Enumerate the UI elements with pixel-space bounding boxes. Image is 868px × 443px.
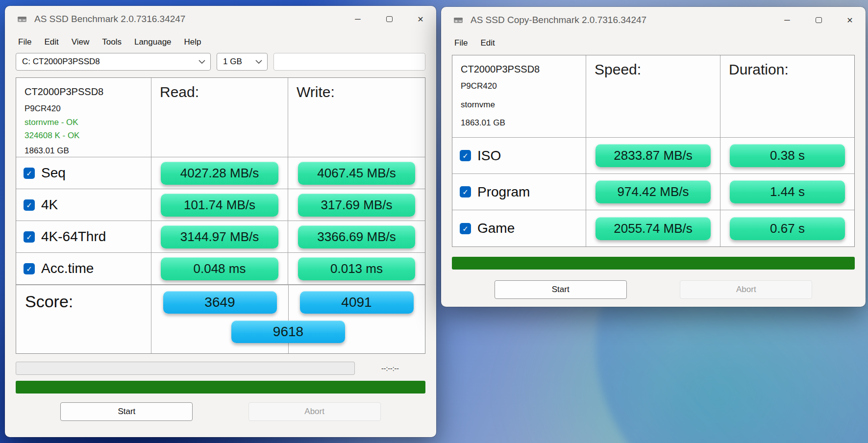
test-size-select[interactable]: 1 GB — [217, 53, 268, 71]
benchmark-window: AS SSD Benchmark 2.0.7316.34247 ─ ✕ File… — [5, 6, 436, 437]
row-iso-label: ISO — [477, 148, 501, 164]
score-area: 3649 4091 9618 — [151, 285, 425, 353]
maximize-button[interactable] — [373, 6, 405, 32]
score-write-value: 4091 — [300, 291, 414, 314]
row-4k: ✓ 4K — [16, 189, 151, 221]
overall-progress-bar — [452, 257, 855, 270]
drive-capacity: 1863.01 GB — [25, 145, 143, 157]
drive-info-cell: CT2000P3PSSD8 P9CR420 stornvme - OK 3246… — [16, 78, 151, 157]
score-label: Score: — [16, 285, 151, 353]
test-progress-bar — [16, 362, 355, 375]
maximize-button[interactable] — [803, 7, 834, 33]
progress-row: --:--:-- — [16, 362, 425, 375]
check-icon: ✓ — [26, 170, 32, 177]
minimize-button[interactable]: ─ — [342, 6, 373, 32]
menu-tools[interactable]: Tools — [96, 34, 128, 50]
comment-input[interactable] — [273, 53, 425, 71]
drive-select[interactable]: C: CT2000P3PSSD8 — [16, 53, 211, 71]
start-button[interactable]: Start — [495, 280, 627, 299]
row-iso: ✓ ISO — [452, 138, 586, 174]
row-4k64thrd-label: 4K-64Thrd — [41, 229, 106, 245]
iso-speed-value: 2833.87 MB/s — [595, 144, 711, 167]
drive-select-value: C: CT2000P3PSSD8 — [22, 57, 100, 67]
4k-read-cell: 101.74 MB/s — [151, 189, 288, 221]
close-icon: ✕ — [846, 16, 853, 25]
checkbox-acctime[interactable]: ✓ — [24, 263, 35, 274]
row-acctime: ✓ Acc.time — [16, 253, 151, 285]
abort-button[interactable]: Abort — [248, 402, 381, 421]
game-speed-value: 2055.74 MB/s — [595, 217, 711, 240]
4k64thrd-write-value: 3366.69 MB/s — [298, 225, 416, 248]
duration-column-header: Duration: — [720, 55, 854, 138]
4k-write-cell: 317.69 MB/s — [288, 189, 425, 221]
close-button[interactable]: ✕ — [405, 6, 436, 32]
close-button[interactable]: ✕ — [834, 7, 866, 33]
button-row: Start Abort — [441, 280, 866, 299]
drive-model: CT2000P3PSSD8 — [461, 62, 577, 76]
iso-duration-value: 0.38 s — [730, 144, 845, 167]
menu-bar: File Edit View Tools Language Help — [5, 32, 436, 52]
menu-view[interactable]: View — [65, 34, 96, 50]
iso-duration-cell: 0.38 s — [720, 138, 854, 174]
test-size-value: 1 GB — [223, 57, 242, 67]
speed-column-header: Speed: — [586, 55, 720, 138]
benchmark-titlebar[interactable]: AS SSD Benchmark 2.0.7316.34247 ─ ✕ — [5, 6, 436, 32]
app-icon — [453, 15, 464, 25]
row-game-label: Game — [477, 221, 515, 236]
drive-capacity: 1863.01 GB — [461, 117, 577, 129]
game-duration-value: 0.67 s — [730, 217, 845, 240]
abort-button[interactable]: Abort — [680, 280, 812, 299]
checkbox-program[interactable]: ✓ — [460, 186, 471, 197]
score-total-value: 9618 — [231, 320, 345, 343]
copy-benchmark-window: AS SSD Copy-Benchmark 2.0.7316.34247 ─ ✕… — [441, 7, 866, 307]
write-column-header: Write: — [288, 78, 425, 157]
score-read-value: 3649 — [163, 291, 277, 314]
copy-benchmark-titlebar[interactable]: AS SSD Copy-Benchmark 2.0.7316.34247 ─ ✕ — [441, 7, 866, 33]
4k64thrd-write-cell: 3366.69 MB/s — [288, 221, 425, 253]
checkbox-game[interactable]: ✓ — [460, 223, 471, 234]
drive-firmware: P9CR420 — [461, 80, 577, 93]
row-game: ✓ Game — [452, 210, 586, 246]
menu-bar: File Edit — [441, 33, 866, 53]
program-duration-cell: 1.44 s — [720, 174, 854, 210]
seq-write-value: 4067.45 MB/s — [298, 162, 416, 185]
checkbox-4k[interactable]: ✓ — [24, 199, 35, 211]
menu-file[interactable]: File — [448, 35, 474, 51]
4k64thrd-read-value: 3144.97 MB/s — [161, 225, 278, 248]
checkbox-iso[interactable]: ✓ — [460, 150, 471, 161]
row-4k64thrd: ✓ 4K-64Thrd — [16, 221, 151, 253]
checkbox-4k64thrd[interactable]: ✓ — [24, 231, 35, 243]
program-duration-value: 1.44 s — [730, 180, 845, 203]
close-icon: ✕ — [417, 15, 423, 24]
chevron-down-icon — [255, 60, 262, 64]
start-button[interactable]: Start — [60, 402, 193, 421]
acctime-read-value: 0.048 ms — [161, 257, 278, 280]
app-icon — [17, 14, 27, 25]
score-write-half: 4091 — [288, 291, 425, 314]
benchmark-table: CT2000P3PSSD8 P9CR420 stornvme - OK 3246… — [16, 77, 425, 354]
row-acctime-label: Acc.time — [41, 261, 94, 276]
4k64thrd-read-cell: 3144.97 MB/s — [151, 221, 288, 253]
check-icon: ✓ — [462, 152, 469, 159]
controls-row: C: CT2000P3PSSD8 1 GB — [5, 52, 436, 75]
menu-help[interactable]: Help — [178, 34, 208, 50]
window-controls: ─ ✕ — [342, 6, 436, 32]
menu-file[interactable]: File — [12, 34, 38, 50]
menu-language[interactable]: Language — [128, 34, 178, 50]
checkbox-seq[interactable]: ✓ — [24, 168, 35, 179]
maximize-icon — [386, 16, 393, 22]
button-row: Start Abort — [5, 402, 436, 421]
seq-write-cell: 4067.45 MB/s — [288, 157, 425, 189]
maximize-icon — [816, 17, 822, 23]
menu-edit[interactable]: Edit — [38, 34, 65, 50]
program-speed-cell: 974.42 MB/s — [586, 174, 720, 210]
menu-edit[interactable]: Edit — [474, 35, 501, 51]
acctime-read-cell: 0.048 ms — [151, 253, 288, 285]
game-speed-cell: 2055.74 MB/s — [586, 210, 720, 246]
row-seq-label: Seq — [41, 165, 66, 181]
minimize-button[interactable]: ─ — [771, 7, 803, 33]
drive-driver: stornvme — [461, 98, 577, 111]
4k-read-value: 101.74 MB/s — [161, 194, 278, 217]
row-program: ✓ Program — [452, 174, 586, 210]
seq-read-value: 4027.28 MB/s — [161, 162, 278, 185]
